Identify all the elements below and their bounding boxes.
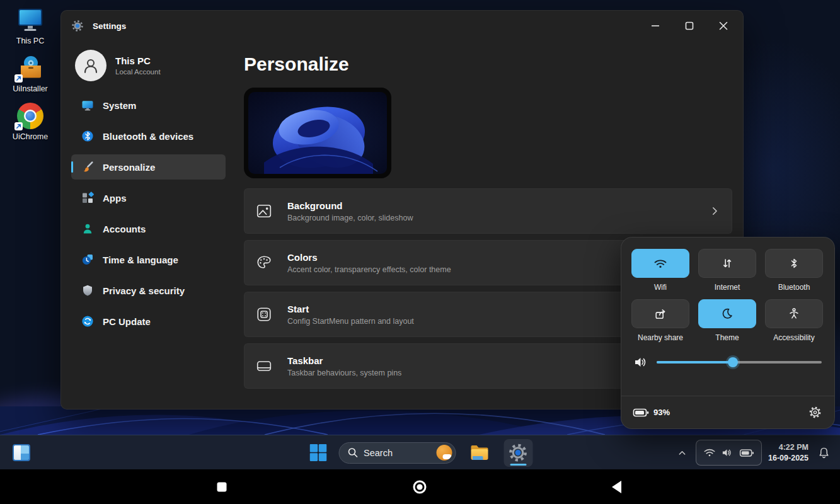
row-subtitle: Background image, color, slideshow [287, 214, 709, 222]
sidebar-item-label: System [103, 100, 136, 111]
volume-slider-thumb[interactable] [728, 357, 738, 367]
taskbar: Search [0, 435, 840, 469]
start-menu-icon [256, 306, 272, 323]
android-navbar [0, 469, 840, 504]
sidebar-item-label: Personalize [103, 162, 155, 173]
internet-tile-button[interactable] [698, 249, 756, 278]
file-explorer-button[interactable] [465, 439, 494, 467]
sidebar-item-label: Time & language [103, 255, 178, 265]
minimize-button[interactable] [645, 16, 666, 35]
settings-sidebar: This PC Local Account System [71, 46, 226, 340]
close-button[interactable] [713, 16, 734, 35]
home-circle-icon[interactable] [406, 473, 434, 501]
nearby-share-tile-button[interactable] [631, 299, 689, 328]
quick-settings-tray-button[interactable] [696, 440, 762, 466]
tray-battery-icon [739, 447, 754, 459]
settings-gear-icon [71, 20, 84, 32]
maximize-button[interactable] [679, 16, 700, 35]
speaker-icon [634, 356, 648, 369]
accessibility-tile-button[interactable] [765, 299, 823, 328]
window-titlebar[interactable]: Settings [61, 11, 743, 41]
sidebar-item-system[interactable]: System [71, 93, 226, 118]
wifi-tile-button[interactable] [631, 249, 689, 278]
apps-icon [81, 192, 94, 204]
chevron-right-icon [709, 205, 720, 217]
wallpaper-bloom-image [248, 92, 387, 174]
tray-speaker-icon [722, 447, 734, 458]
volume-slider[interactable] [657, 361, 822, 364]
search-label: Search [364, 448, 436, 458]
theme-tile-button[interactable] [698, 299, 756, 328]
sidebar-item-time-language[interactable]: Time & language [71, 247, 226, 272]
sidebar-item-label: Accounts [103, 224, 146, 234]
battery-percent: 93% [653, 408, 670, 417]
shortcut-arrow-icon [14, 122, 23, 130]
desktop-icon-this-pc[interactable]: This PC [5, 6, 55, 45]
clock-time: 4:22 PM [768, 442, 808, 453]
tile-label: Theme [715, 333, 739, 342]
account-name: This PC [115, 55, 161, 66]
monitor-icon [16, 6, 45, 34]
tray-wifi-icon [703, 447, 716, 458]
desktop-icons: This PC UiInstaller [5, 6, 55, 150]
notification-bell-icon[interactable] [815, 444, 832, 462]
sidebar-item-privacy-security[interactable]: Privacy & security [71, 278, 226, 303]
window-title: Settings [93, 21, 126, 31]
quick-settings-panel: Wifi Internet Bluetooth [621, 237, 835, 429]
installer-icon [16, 54, 45, 82]
accounts-person-icon [81, 222, 94, 235]
bluetooth-icon [81, 130, 94, 142]
tile-label: Bluetooth [778, 283, 810, 292]
account-card[interactable]: This PC Local Account [71, 46, 226, 93]
shield-icon [81, 284, 94, 297]
desktop: This PC UiInstaller [0, 0, 840, 469]
desktop-icon-uichrome[interactable]: UiChrome [5, 102, 55, 141]
sidebar-item-label: Bluetooth & devices [103, 131, 193, 142]
taskbar-icon [256, 358, 272, 374]
wallpaper-preview [244, 88, 391, 178]
tile-label: Accessibility [773, 333, 814, 342]
sidebar-item-bluetooth-devices[interactable]: Bluetooth & devices [71, 123, 226, 149]
system-icon [81, 99, 94, 112]
taskbar-clock[interactable]: 4:22 PM 16-09-2025 [768, 442, 808, 464]
search-icon [347, 447, 358, 458]
user-avatar-icon [75, 50, 106, 81]
tile-label: Nearby share [638, 333, 683, 342]
battery-status[interactable]: 93% [633, 406, 670, 419]
weather-icon [436, 445, 452, 461]
desktop-icon-label: UiInstaller [13, 84, 48, 93]
settings-app-button[interactable] [503, 439, 532, 467]
desktop-icon-uiinstaller[interactable]: UiInstaller [5, 54, 55, 93]
tile-label: Wifi [654, 283, 667, 292]
chrome-icon [16, 102, 45, 130]
row-background[interactable]: Background Background image, color, slid… [244, 188, 732, 234]
sidebar-item-accounts[interactable]: Accounts [71, 216, 226, 241]
bluetooth-tile-button[interactable] [765, 249, 823, 278]
back-triangle-icon[interactable] [602, 473, 630, 501]
widgets-icon[interactable] [13, 444, 30, 461]
start-button[interactable] [308, 442, 329, 464]
sidebar-item-personalize[interactable]: Personalize [71, 154, 226, 180]
tray-chevron-up-icon[interactable] [674, 444, 689, 462]
volume-slider-fill [657, 361, 733, 364]
battery-icon [633, 406, 649, 419]
sidebar-item-label: PC Update [103, 316, 151, 327]
clock-date: 16-09-2025 [768, 453, 808, 464]
sidebar-item-apps[interactable]: Apps [71, 185, 226, 210]
account-type: Local Account [115, 68, 161, 76]
shortcut-arrow-icon [14, 74, 23, 83]
quick-settings-gear-button[interactable] [807, 403, 823, 422]
palette-icon [256, 255, 272, 271]
sidebar-item-label: Apps [103, 193, 127, 203]
recents-square-icon[interactable] [208, 473, 236, 501]
sidebar-item-label: Privacy & security [103, 285, 185, 296]
personalize-brush-icon [81, 161, 94, 173]
search-box[interactable]: Search [338, 442, 456, 464]
desktop-icon-label: This PC [16, 37, 44, 45]
page-title: Personalize [244, 54, 730, 75]
tile-label: Internet [715, 283, 740, 292]
desktop-icon-label: UiChrome [13, 132, 48, 141]
time-language-icon [81, 253, 94, 266]
sidebar-item-pc-update[interactable]: PC Update [71, 309, 226, 334]
row-title: Background [287, 200, 709, 211]
